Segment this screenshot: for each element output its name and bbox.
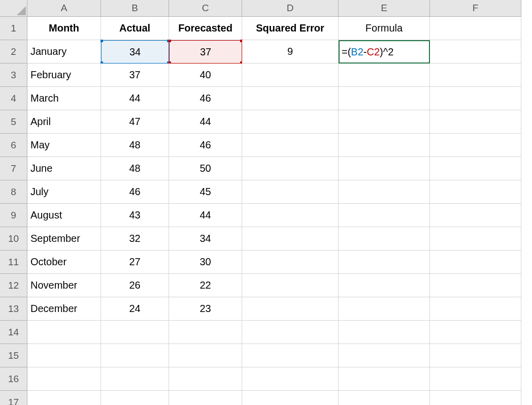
cell-F2[interactable] <box>430 40 521 64</box>
cell-D5[interactable] <box>242 110 339 134</box>
cell-F5[interactable] <box>430 110 521 134</box>
cell-F6[interactable] <box>430 134 521 157</box>
cell-E16[interactable] <box>339 367 430 391</box>
cell-A2[interactable]: January <box>27 40 101 64</box>
cell-F11[interactable] <box>430 251 521 274</box>
col-header-C[interactable]: C <box>169 0 242 17</box>
cell-B4[interactable]: 44 <box>101 87 169 110</box>
cell-F17[interactable] <box>430 391 521 405</box>
cell-C6[interactable]: 46 <box>169 134 242 157</box>
cell-D1[interactable]: Squared Error <box>242 17 339 40</box>
cell-C9[interactable]: 44 <box>169 204 242 227</box>
cell-B17[interactable] <box>101 391 169 405</box>
col-header-F[interactable]: F <box>430 0 521 17</box>
cell-E12[interactable] <box>339 274 430 297</box>
cell-A13[interactable]: December <box>27 297 101 321</box>
row-header-3[interactable]: 3 <box>0 64 27 87</box>
cell-F12[interactable] <box>430 274 521 297</box>
cell-C3[interactable]: 40 <box>169 64 242 87</box>
cell-D12[interactable] <box>242 274 339 297</box>
cell-B8[interactable]: 46 <box>101 180 169 204</box>
cell-C12[interactable]: 22 <box>169 274 242 297</box>
cell-B14[interactable] <box>101 321 169 344</box>
cell-A17[interactable] <box>27 391 101 405</box>
row-header-9[interactable]: 9 <box>0 204 27 227</box>
cell-C17[interactable] <box>169 391 242 405</box>
cell-E13[interactable] <box>339 297 430 321</box>
cell-C2[interactable]: 37 <box>169 40 242 64</box>
row-header-7[interactable]: 7 <box>0 157 27 180</box>
select-all-corner[interactable] <box>0 0 27 17</box>
cell-B6[interactable]: 48 <box>101 134 169 157</box>
cell-B11[interactable]: 27 <box>101 251 169 274</box>
cell-A14[interactable] <box>27 321 101 344</box>
cell-A15[interactable] <box>27 344 101 367</box>
cell-D4[interactable] <box>242 87 339 110</box>
cell-C4[interactable]: 46 <box>169 87 242 110</box>
col-header-B[interactable]: B <box>101 0 169 17</box>
cell-C11[interactable]: 30 <box>169 251 242 274</box>
cell-C13[interactable]: 23 <box>169 297 242 321</box>
cell-B12[interactable]: 26 <box>101 274 169 297</box>
cell-C5[interactable]: 44 <box>169 110 242 134</box>
cell-B1[interactable]: Actual <box>101 17 169 40</box>
row-header-2[interactable]: 2 <box>0 40 27 64</box>
cell-A9[interactable]: August <box>27 204 101 227</box>
cell-B3[interactable]: 37 <box>101 64 169 87</box>
cell-B13[interactable]: 24 <box>101 297 169 321</box>
row-header-14[interactable]: 14 <box>0 321 27 344</box>
cell-A5[interactable]: April <box>27 110 101 134</box>
cell-B9[interactable]: 43 <box>101 204 169 227</box>
cell-A6[interactable]: May <box>27 134 101 157</box>
col-header-D[interactable]: D <box>242 0 339 17</box>
cell-C14[interactable] <box>169 321 242 344</box>
cell-E11[interactable] <box>339 251 430 274</box>
cell-D14[interactable] <box>242 321 339 344</box>
cell-D10[interactable] <box>242 227 339 251</box>
row-header-15[interactable]: 15 <box>0 344 27 367</box>
cell-A11[interactable]: October <box>27 251 101 274</box>
cell-F1[interactable] <box>430 17 521 40</box>
cell-B2[interactable]: 34 <box>101 40 169 64</box>
cell-D11[interactable] <box>242 251 339 274</box>
cell-E6[interactable] <box>339 134 430 157</box>
cell-F4[interactable] <box>430 87 521 110</box>
cell-C16[interactable] <box>169 367 242 391</box>
col-header-A[interactable]: A <box>27 0 101 17</box>
row-header-16[interactable]: 16 <box>0 367 27 391</box>
cell-B16[interactable] <box>101 367 169 391</box>
cell-E1[interactable]: Formula <box>339 17 430 40</box>
row-header-4[interactable]: 4 <box>0 87 27 110</box>
cell-F8[interactable] <box>430 180 521 204</box>
cell-A3[interactable]: February <box>27 64 101 87</box>
cell-D2[interactable]: 9 <box>242 40 339 64</box>
cell-D8[interactable] <box>242 180 339 204</box>
cell-D6[interactable] <box>242 134 339 157</box>
cell-E9[interactable] <box>339 204 430 227</box>
spreadsheet-grid[interactable]: A B C D E F 1 Month Actual Forecasted Sq… <box>0 0 532 405</box>
col-header-E[interactable]: E <box>339 0 430 17</box>
cell-F15[interactable] <box>430 344 521 367</box>
cell-E4[interactable] <box>339 87 430 110</box>
cell-C8[interactable]: 45 <box>169 180 242 204</box>
cell-F14[interactable] <box>430 321 521 344</box>
cell-D15[interactable] <box>242 344 339 367</box>
cell-D9[interactable] <box>242 204 339 227</box>
cell-E10[interactable] <box>339 227 430 251</box>
cell-D13[interactable] <box>242 297 339 321</box>
row-header-10[interactable]: 10 <box>0 227 27 251</box>
cell-A4[interactable]: March <box>27 87 101 110</box>
cell-A8[interactable]: July <box>27 180 101 204</box>
cell-A7[interactable]: June <box>27 157 101 180</box>
row-header-8[interactable]: 8 <box>0 180 27 204</box>
cell-A10[interactable]: September <box>27 227 101 251</box>
cell-A16[interactable] <box>27 367 101 391</box>
cell-E8[interactable] <box>339 180 430 204</box>
cell-A1[interactable]: Month <box>27 17 101 40</box>
cell-E5[interactable] <box>339 110 430 134</box>
cell-F3[interactable] <box>430 64 521 87</box>
cell-E2[interactable]: =(B2-C2)^2 <box>339 40 430 64</box>
cell-C10[interactable]: 34 <box>169 227 242 251</box>
row-header-17[interactable]: 17 <box>0 391 27 405</box>
row-header-13[interactable]: 13 <box>0 297 27 321</box>
